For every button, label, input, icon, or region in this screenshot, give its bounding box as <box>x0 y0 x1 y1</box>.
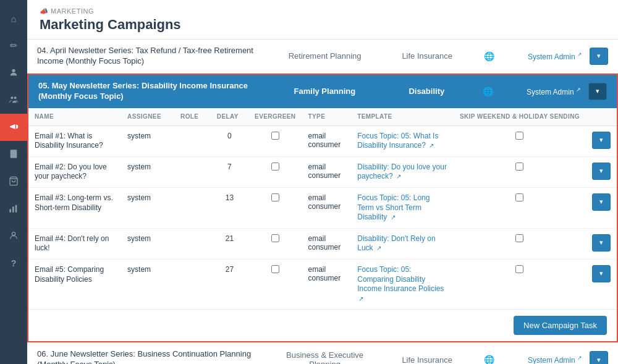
task-1-name: Email #1: What is Disability Insurance? <box>28 125 121 156</box>
task-5-dropdown[interactable]: ▾ <box>592 265 611 282</box>
campaign-june-insurance: Life Insurance <box>386 355 468 364</box>
sidebar-item-profile[interactable] <box>0 222 27 250</box>
task-5-delay: 27 <box>211 259 248 309</box>
th-name: NAME <box>28 108 121 126</box>
sidebar-item-group[interactable] <box>0 87 27 114</box>
task-4-assignee: system <box>121 228 174 259</box>
task-3-dropdown[interactable]: ▾ <box>592 193 611 211</box>
task-5-action-cell: ▾ <box>586 259 617 309</box>
globe-icon-april: 🌐 <box>475 51 502 61</box>
task-3-skip-cell <box>454 187 586 228</box>
campaign-june-dropdown[interactable]: ▾ <box>590 351 608 364</box>
globe-icon-may: 🌐 <box>475 87 502 96</box>
task-4-dropdown[interactable]: ▾ <box>592 234 611 252</box>
admin-link-may[interactable]: System Admin ↗ <box>527 88 581 96</box>
task-1-action-cell: ▾ <box>586 125 617 156</box>
task-1-template-link[interactable]: Focus Topic: 05: What Is Disability Insu… <box>357 132 438 150</box>
new-campaign-task-button[interactable]: New Campaign Task <box>514 316 607 335</box>
task-1-evergreen-cell <box>248 125 302 156</box>
task-5-type: email consumer <box>302 259 352 309</box>
table-row: Email #3: Long-term vs. Short-term Disab… <box>28 187 617 228</box>
campaign-may-name: 05. May Newsletter Series: Disability In… <box>38 81 263 102</box>
tasks-table-body: Email #1: What is Disability Insurance? … <box>28 125 617 309</box>
task-2-dropdown[interactable]: ▾ <box>592 163 611 180</box>
sidebar-item-shop[interactable] <box>0 168 27 195</box>
external-link-icon-may: ↗ <box>576 87 581 93</box>
task-5-template: Focus Topic: 05: Comparing Disability In… <box>351 259 454 309</box>
task-3-name: Email #3: Long-term vs. Short-term Disab… <box>28 187 121 228</box>
task-1-evergreen-checkbox[interactable] <box>271 132 279 140</box>
globe-icon-june: 🌐 <box>475 355 502 364</box>
sidebar-item-marketing[interactable] <box>0 114 27 141</box>
task-4-evergreen-cell <box>248 228 302 259</box>
sidebar-item-user[interactable] <box>0 59 27 87</box>
svg-rect-10 <box>15 205 17 212</box>
sidebar-item-home[interactable]: ⌂ <box>0 5 27 32</box>
task-4-delay: 21 <box>211 228 248 259</box>
task-2-skip-checkbox[interactable] <box>515 163 523 171</box>
page-title: Marketing Campaigns <box>40 17 606 33</box>
task-4-name: Email #4: Don't rely on luck! <box>28 228 121 259</box>
ext-link-icon-3: ↗ <box>391 214 396 221</box>
sidebar-item-documents[interactable] <box>0 141 27 168</box>
task-3-evergreen-checkbox[interactable] <box>271 193 279 201</box>
profile-icon <box>9 231 19 242</box>
megaphone-icon <box>9 122 19 133</box>
svg-point-2 <box>14 96 17 99</box>
task-2-skip-cell <box>454 156 586 187</box>
task-2-template: Disability: Do you love your paycheck? ↗ <box>351 156 454 187</box>
task-5-skip-checkbox[interactable] <box>515 265 523 273</box>
tasks-footer: New Campaign Task <box>28 309 617 341</box>
admin-link-april[interactable]: System Admin ↗ <box>528 53 582 61</box>
task-3-role <box>174 187 211 228</box>
task-2-type: email consumer <box>302 156 352 187</box>
group-icon <box>9 95 19 106</box>
task-1-assignee: system <box>121 125 174 156</box>
task-5-skip-cell <box>454 259 586 309</box>
campaign-row-april: 04. April Newsletter Series: Tax Refund … <box>27 40 618 74</box>
page-header: 📣 MARKETING Marketing Campaigns <box>27 0 618 40</box>
tasks-table: NAME ASSIGNEE ROLE DELAY EVERGREEN TYPE … <box>28 108 617 310</box>
task-2-template-link[interactable]: Disability: Do you love your paycheck? ↗ <box>357 163 447 181</box>
edit-icon: ✏ <box>10 40 18 51</box>
task-3-template: Focus Topic: 05: Long Term vs Short Term… <box>351 187 454 228</box>
task-5-evergreen-cell <box>248 259 302 309</box>
task-3-delay: 13 <box>211 187 248 228</box>
svg-point-0 <box>12 69 15 72</box>
task-4-skip-checkbox[interactable] <box>515 234 523 242</box>
breadcrumb: 📣 MARKETING <box>40 7 606 15</box>
user-icon <box>9 67 19 79</box>
task-1-dropdown[interactable]: ▾ <box>592 132 611 149</box>
help-icon: ? <box>11 258 17 268</box>
task-1-skip-checkbox[interactable] <box>515 132 523 140</box>
th-evergreen: EVERGREEN <box>248 108 302 126</box>
task-1-skip-cell <box>454 125 586 156</box>
admin-link-june[interactable]: System Admin ↗ <box>528 356 582 364</box>
task-3-skip-checkbox[interactable] <box>515 193 523 201</box>
sidebar-item-analytics[interactable] <box>0 195 27 222</box>
th-role: ROLE <box>174 108 211 126</box>
task-3-template-link[interactable]: Focus Topic: 05: Long Term vs Short Term… <box>357 193 430 221</box>
task-4-evergreen-checkbox[interactable] <box>271 234 279 242</box>
task-4-template: Disability: Don't Rely on Luck ↗ <box>351 228 454 259</box>
megaphone-breadcrumb-icon: 📣 <box>40 7 49 15</box>
cart-icon <box>9 176 19 188</box>
tasks-table-header: NAME ASSIGNEE ROLE DELAY EVERGREEN TYPE … <box>28 108 617 126</box>
main-content: 📣 MARKETING Marketing Campaigns 04. Apri… <box>27 0 618 364</box>
task-4-type: email consumer <box>302 228 352 259</box>
task-5-template-link[interactable]: Focus Topic: 05: Comparing Disability In… <box>357 265 444 303</box>
sidebar-item-help[interactable]: ? <box>0 250 27 277</box>
task-5-evergreen-checkbox[interactable] <box>271 265 279 273</box>
th-skip-weekend: SKIP WEEKEND & HOLIDAY SENDING <box>454 108 586 126</box>
th-template: TEMPLATE <box>351 108 454 126</box>
campaign-may-dropdown[interactable]: ▾ <box>588 83 607 100</box>
home-icon: ⌂ <box>11 14 16 24</box>
th-actions <box>586 108 617 126</box>
content-area: 04. April Newsletter Series: Tax Refund … <box>27 40 618 364</box>
task-2-evergreen-checkbox[interactable] <box>271 163 279 171</box>
task-4-template-link[interactable]: Disability: Don't Rely on Luck ↗ <box>357 234 435 253</box>
sidebar-item-edit[interactable]: ✏ <box>0 32 27 59</box>
th-type: TYPE <box>302 108 352 126</box>
th-delay: DELAY <box>211 108 248 126</box>
campaign-april-dropdown[interactable]: ▾ <box>590 48 608 65</box>
